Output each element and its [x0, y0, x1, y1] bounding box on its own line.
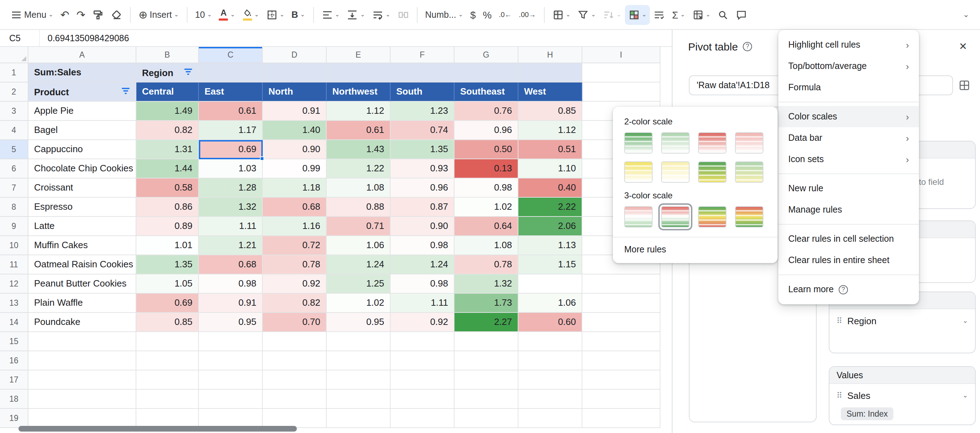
row-header-2[interactable]: 2	[0, 83, 29, 102]
row-header-4[interactable]: 4	[0, 121, 29, 140]
cell-b15[interactable]	[136, 332, 199, 351]
menu-item-formula[interactable]: Formula	[778, 77, 919, 98]
increase-decimals-button[interactable]: .00→	[515, 5, 539, 24]
cell-c19[interactable]	[199, 409, 263, 428]
cell-h13[interactable]: 1.06	[519, 294, 582, 313]
cell-c5[interactable]: 0.69	[199, 140, 263, 159]
cell-f17[interactable]	[391, 371, 455, 390]
cell-h7[interactable]: 0.40	[519, 179, 582, 198]
cell-b13[interactable]: 0.69	[136, 294, 199, 313]
sum-button[interactable]: Σ	[668, 5, 689, 24]
cell-f3[interactable]: 1.23	[391, 102, 455, 121]
cell-i1[interactable]	[582, 63, 660, 83]
decrease-decimals-button[interactable]: .0←	[495, 5, 515, 24]
scale-swatch-light-red-white-green[interactable]	[624, 206, 652, 227]
rows-field-region[interactable]: Region	[829, 309, 975, 332]
menu-item-top-bottom-average[interactable]: Top/bottom/average	[778, 56, 919, 77]
select-all-corner[interactable]	[0, 47, 29, 63]
cell-a4[interactable]: Bagel	[29, 121, 136, 140]
freeze-button[interactable]	[549, 5, 574, 24]
cell-b16[interactable]	[136, 351, 199, 371]
menu-item-icon-sets[interactable]: Icon sets	[778, 149, 919, 170]
horizontal-scrollbar-thumb[interactable]	[19, 426, 297, 431]
undo-button[interactable]	[57, 5, 73, 24]
conditional-format-button[interactable]	[625, 5, 650, 24]
cell-e3[interactable]: 1.12	[327, 102, 391, 121]
cell-g18[interactable]	[455, 390, 519, 409]
cell-h10[interactable]: 1.13	[519, 236, 582, 255]
cell-f16[interactable]	[391, 351, 455, 371]
cell-f15[interactable]	[391, 332, 455, 351]
cell-g19[interactable]	[455, 409, 519, 428]
row-header-18[interactable]: 18	[0, 390, 29, 409]
cell-f18[interactable]	[391, 390, 455, 409]
cell-e4[interactable]: 0.61	[327, 121, 391, 140]
cell-i17[interactable]	[582, 371, 660, 390]
cell-e1[interactable]	[327, 63, 391, 83]
cell-c16[interactable]	[199, 351, 263, 371]
row-header-8[interactable]: 8	[0, 198, 29, 217]
cell-a17[interactable]	[29, 371, 136, 390]
column-header-c[interactable]: C	[199, 47, 263, 63]
cell-b3[interactable]: 1.49	[136, 102, 199, 121]
cell-i15[interactable]	[582, 332, 660, 351]
formula-input[interactable]: 0.694135098429086	[40, 33, 129, 43]
cell-i12[interactable]	[582, 275, 660, 294]
drag-handle-icon[interactable]	[837, 317, 842, 324]
cell-g7[interactable]: 0.98	[455, 179, 519, 198]
row-header-5[interactable]: 5	[0, 140, 29, 159]
sort-button[interactable]	[599, 5, 625, 24]
currency-button[interactable]: $	[466, 5, 479, 24]
cell-c17[interactable]	[199, 371, 263, 390]
cell-d13[interactable]: 0.82	[263, 294, 327, 313]
paint-format-button[interactable]	[89, 5, 107, 24]
cell-f7[interactable]: 0.96	[391, 179, 455, 198]
cell-a3[interactable]: Apple Pie	[29, 102, 136, 121]
menu-item-manage-rules[interactable]: Manage rules	[778, 199, 919, 220]
cell-f6[interactable]: 0.93	[391, 159, 455, 179]
cell-g13[interactable]: 1.73	[455, 294, 519, 313]
font-size-button[interactable]: 10	[191, 5, 215, 24]
menu-item-clear-rules-in-entire-sheet[interactable]: Clear rules in entire sheet	[778, 249, 919, 271]
row-header-14[interactable]: 14	[0, 313, 29, 332]
merge-cells-button[interactable]	[394, 5, 412, 24]
cell-g14[interactable]: 2.27	[455, 313, 519, 332]
cell-f13[interactable]: 1.11	[391, 294, 455, 313]
cell-a18[interactable]	[29, 390, 136, 409]
cell-a2[interactable]: Product	[29, 83, 136, 102]
cell-c1[interactable]	[199, 63, 263, 83]
cell-c3[interactable]: 0.61	[199, 102, 263, 121]
cell-h9[interactable]: 2.06	[519, 217, 582, 236]
cell-i18[interactable]	[582, 390, 660, 409]
cell-a15[interactable]	[29, 332, 136, 351]
menu-item-color-scales[interactable]: Color scales	[778, 106, 919, 127]
cell-g4[interactable]: 0.96	[455, 121, 519, 140]
cell-g11[interactable]: 0.78	[455, 255, 519, 275]
cell-h1[interactable]	[519, 63, 582, 83]
cell-c8[interactable]: 1.32	[199, 198, 263, 217]
cell-e2[interactable]: Northwest	[327, 83, 391, 102]
cell-g17[interactable]	[455, 371, 519, 390]
cell-a13[interactable]: Plain Waffle	[29, 294, 136, 313]
aggregation-chip[interactable]: Sum: Index	[841, 407, 893, 420]
cell-g16[interactable]	[455, 351, 519, 371]
row-header-13[interactable]: 13	[0, 294, 29, 313]
cell-b10[interactable]: 1.01	[136, 236, 199, 255]
close-icon[interactable]	[958, 40, 969, 53]
values-field-sales[interactable]: Sales	[829, 384, 975, 407]
text-wrap-button[interactable]	[369, 5, 394, 24]
scale-swatch-red-yellow-green[interactable]	[735, 206, 764, 227]
cell-b11[interactable]: 1.35	[136, 255, 199, 275]
help-icon[interactable]	[743, 42, 752, 51]
more-rules-button[interactable]: More rules	[613, 237, 778, 263]
cell-g10[interactable]: 1.08	[455, 236, 519, 255]
cell-f2[interactable]: South	[391, 83, 455, 102]
column-header-d[interactable]: D	[263, 47, 327, 63]
cell-h14[interactable]: 0.60	[519, 313, 582, 332]
cell-g2[interactable]: Southeast	[455, 83, 519, 102]
cell-f9[interactable]: 0.90	[391, 217, 455, 236]
cell-g5[interactable]: 0.50	[455, 140, 519, 159]
comment-button[interactable]	[732, 5, 751, 24]
cell-c11[interactable]: 0.68	[199, 255, 263, 275]
fill-color-button[interactable]	[239, 5, 262, 24]
